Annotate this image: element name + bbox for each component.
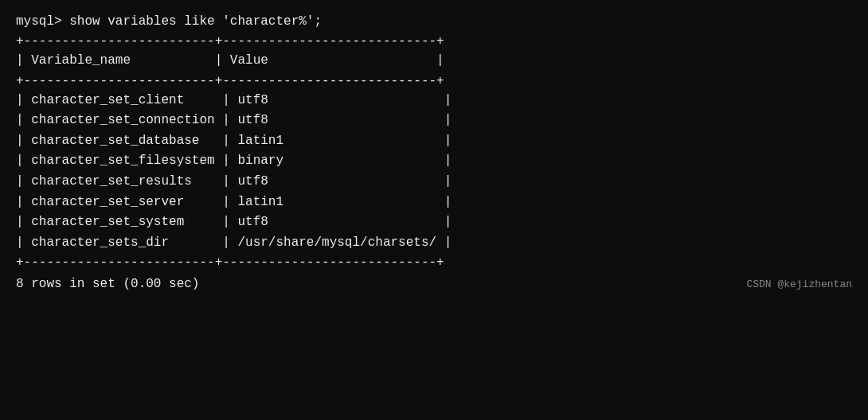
table-row: | character_set_client | utf8 |: [16, 91, 852, 111]
command-line: mysql> show variables like 'character%';: [16, 14, 852, 29]
table-body: | character_set_client | utf8 || charact…: [16, 91, 852, 254]
table-row: | character_set_results | utf8 |: [16, 172, 852, 192]
watermark: CSDN @kejizhentan: [746, 278, 852, 290]
terminal-window: mysql> show variables like 'character%';…: [16, 14, 852, 406]
divider-bot: +-------------------------+-------------…: [16, 253, 852, 272]
table-row: | character_sets_dir | /usr/share/mysql/…: [16, 233, 852, 254]
footer-line: 8 rows in set (0.00 sec) CSDN @kejizhent…: [16, 277, 852, 291]
table-row: | character_set_filesystem | binary |: [16, 151, 852, 172]
rows-info: 8 rows in set (0.00 sec): [16, 277, 199, 291]
table-row: | character_set_connection | utf8 |: [16, 111, 852, 131]
table-row: | character_set_database | latin1 |: [16, 131, 852, 152]
header-row: | Variable_name | Value |: [16, 51, 852, 72]
divider-mid: +-------------------------+-------------…: [16, 72, 852, 91]
divider-top: +-------------------------+-------------…: [16, 32, 852, 51]
table-row: | character_set_server | latin1 |: [16, 192, 852, 213]
table-row: | character_set_system | utf8 |: [16, 212, 852, 233]
